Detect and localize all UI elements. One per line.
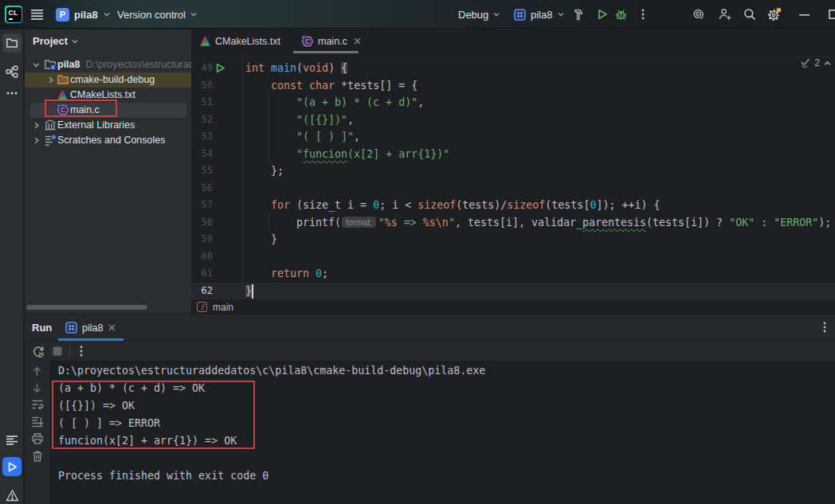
inspections-widget[interactable]: 2 bbox=[799, 57, 832, 68]
annotation-box-main-c bbox=[45, 100, 117, 117]
line-number: 61 bbox=[191, 265, 213, 283]
problems-toolwindow-button[interactable] bbox=[2, 486, 22, 504]
tree-row-pila8[interactable]: pila8D:\proyectos\estructuradde bbox=[25, 57, 191, 72]
run-tab-pila8[interactable]: pila8 bbox=[58, 315, 123, 341]
parameter-hint-inlay: format: bbox=[342, 217, 376, 228]
kebab-icon bbox=[637, 8, 649, 21]
maximize-button[interactable] bbox=[827, 0, 835, 29]
project-panel: Project pila8D:\proyectos\estructuraddec… bbox=[25, 29, 191, 314]
editor-area: CMakeLists.txtCmain.c 49int main(void) {… bbox=[191, 29, 835, 314]
code-editor[interactable]: 49int main(void) {50 const char *tests[]… bbox=[191, 53, 835, 299]
tree-chevron-right-icon[interactable] bbox=[32, 136, 41, 145]
editor-tab-bar: CMakeLists.txtCmain.c bbox=[191, 29, 835, 53]
code-line-58[interactable]: 58 printf(format:"%s => %s\n", tests[i],… bbox=[191, 214, 835, 232]
tree-chevron-right-icon[interactable] bbox=[32, 121, 41, 130]
code-text: int main(void) { bbox=[245, 60, 347, 77]
arrow-up-icon[interactable] bbox=[31, 365, 43, 377]
line-number: 59 bbox=[191, 231, 213, 248]
console-line-0: D:\proyectos\estructuraddedatos\c\pila8\… bbox=[58, 362, 485, 380]
invite-user-button[interactable] bbox=[715, 0, 735, 29]
clion-ide-window: CL P pila8 Version control Debug pila8 bbox=[0, 0, 835, 504]
tree-row-scratches-and-consoles[interactable]: Scratches and Consoles bbox=[25, 133, 191, 148]
console-toolbar bbox=[25, 361, 49, 504]
annotation-box-console bbox=[52, 381, 255, 449]
run-tab-label: pila8 bbox=[82, 322, 103, 334]
code-text: } bbox=[245, 231, 277, 248]
code-line-51[interactable]: 51 "(a + b) * (c + d)", bbox=[191, 94, 835, 111]
inspection-count: 2 bbox=[814, 57, 820, 68]
main-menu-button[interactable] bbox=[29, 0, 45, 29]
clear-console-icon[interactable] bbox=[31, 450, 44, 463]
more-run-options-button[interactable] bbox=[633, 0, 653, 29]
line-number: 49 bbox=[191, 60, 213, 77]
project-panel-hscrollbar[interactable] bbox=[26, 305, 147, 310]
run-config-selector[interactable]: pila8 bbox=[514, 0, 565, 29]
code-line-56[interactable]: 56 bbox=[191, 180, 835, 197]
vcs-label: Version control bbox=[117, 9, 186, 21]
close-icon[interactable] bbox=[108, 323, 116, 332]
todo-toolwindow-button[interactable] bbox=[2, 431, 22, 450]
code-text: printf(format:"%s => %s\n", tests[i], va… bbox=[245, 214, 831, 232]
run-toolbar-more-button[interactable] bbox=[76, 345, 87, 357]
search-everywhere-button[interactable] bbox=[739, 0, 760, 29]
run-tab-bar: Run pila8 bbox=[25, 315, 835, 341]
stop-button[interactable] bbox=[51, 345, 64, 357]
run-mode-selector[interactable]: Debug bbox=[458, 0, 500, 29]
editor-tab-main-c[interactable]: Cmain.c bbox=[293, 29, 359, 53]
scroll-to-end-icon[interactable] bbox=[31, 416, 44, 428]
rerun-button[interactable] bbox=[32, 345, 45, 358]
chevron-up-icon bbox=[823, 59, 832, 68]
run-gutter-icon[interactable] bbox=[215, 63, 225, 73]
project-widget[interactable]: P pila8 bbox=[53, 0, 114, 29]
lines-icon bbox=[6, 434, 18, 447]
clion-logo-icon: CL bbox=[5, 0, 22, 29]
vcs-widget[interactable]: Version control bbox=[117, 0, 198, 29]
settings-button[interactable] bbox=[763, 0, 784, 29]
run-panel-options-button[interactable] bbox=[819, 321, 830, 334]
code-line-49[interactable]: 49int main(void) { bbox=[191, 60, 835, 77]
cmake-app-icon bbox=[514, 9, 526, 21]
library-icon bbox=[44, 119, 57, 131]
print-icon[interactable] bbox=[31, 432, 44, 445]
minimize-button[interactable] bbox=[794, 0, 814, 29]
build-button[interactable] bbox=[567, 0, 588, 29]
close-icon[interactable] bbox=[353, 37, 362, 45]
code-line-53[interactable]: 53 "( [ ) ]", bbox=[191, 128, 835, 146]
project-toolwindow-button[interactable] bbox=[2, 33, 22, 53]
tree-chevron-right-icon[interactable] bbox=[46, 76, 55, 84]
project-panel-header[interactable]: Project bbox=[25, 29, 191, 53]
tab-label: main.c bbox=[318, 36, 347, 47]
line-number: 52 bbox=[191, 111, 213, 129]
code-text: "(a + b) * (c + d)", bbox=[245, 94, 424, 111]
code-line-52[interactable]: 52 "([{}])", bbox=[191, 111, 835, 129]
project-name: pila8 bbox=[74, 9, 98, 21]
code-with-me-button[interactable] bbox=[688, 0, 708, 29]
line-number: 62 bbox=[191, 283, 213, 299]
tree-row-cmake-build-debug[interactable]: cmake-build-debug bbox=[25, 72, 191, 88]
more-toolwindows-button[interactable] bbox=[2, 84, 22, 103]
breadcrumb-item[interactable]: main bbox=[213, 302, 233, 313]
editor-tab-cmakelists-txt[interactable]: CMakeLists.txt bbox=[191, 29, 287, 53]
arrow-down-icon[interactable] bbox=[31, 382, 43, 394]
tree-row-external-libraries[interactable]: External Libraries bbox=[25, 118, 191, 133]
hamburger-icon bbox=[31, 10, 43, 20]
title-bar: CL P pila8 Version control Debug pila8 bbox=[0, 0, 835, 29]
structure-toolwindow-button[interactable] bbox=[2, 62, 22, 81]
code-text: "( [ ) ]", bbox=[245, 128, 360, 146]
soft-wrap-icon[interactable] bbox=[31, 398, 44, 411]
ellipsis-icon bbox=[6, 87, 18, 100]
run-toolwindow-button[interactable] bbox=[2, 457, 22, 476]
tree-chevron-down-icon[interactable] bbox=[32, 61, 41, 69]
code-line-57[interactable]: 57 for (size_t i = 0; i < sizeof(tests)/… bbox=[191, 197, 835, 214]
code-text: return 0; bbox=[245, 265, 328, 283]
debug-button[interactable] bbox=[610, 0, 631, 29]
folder-icon bbox=[6, 37, 18, 49]
code-line-55[interactable]: 55 }; bbox=[191, 162, 835, 180]
code-line-60[interactable]: 60 bbox=[191, 248, 835, 266]
code-line-62[interactable]: 62} bbox=[191, 283, 835, 299]
code-line-59[interactable]: 59 } bbox=[191, 231, 835, 248]
line-number: 56 bbox=[191, 180, 213, 197]
code-line-61[interactable]: 61 return 0; bbox=[191, 265, 835, 283]
code-line-54[interactable]: 54 "funcion(x[2] + arr{1})" bbox=[191, 146, 835, 163]
code-line-50[interactable]: 50 const char *tests[] = { bbox=[191, 77, 835, 95]
